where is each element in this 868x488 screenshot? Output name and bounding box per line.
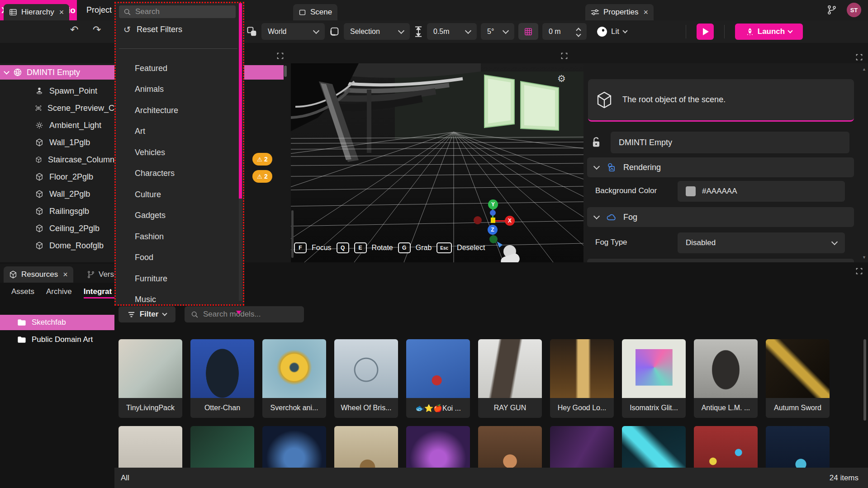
- category-search-input[interactable]: Search: [119, 5, 236, 18]
- scroll-up-arrow[interactable]: ▲: [862, 67, 866, 71]
- asset-selected-row[interactable]: [244, 65, 284, 80]
- scene-settings-gear-icon[interactable]: ⚙: [557, 73, 566, 84]
- tab-hierarchy[interactable]: Hierarchy ×: [4, 4, 69, 20]
- category-animals[interactable]: Animals: [116, 79, 243, 100]
- menu-project[interactable]: Project: [83, 0, 115, 20]
- asset-scrollbar[interactable]: [284, 66, 287, 77]
- close-icon[interactable]: ×: [63, 270, 68, 280]
- undo-button[interactable]: ↶: [70, 24, 78, 36]
- category-music[interactable]: Music: [116, 289, 243, 311]
- background-color-field[interactable]: #AAAAAA: [678, 181, 845, 202]
- bottom-panel-expand-icon[interactable]: [856, 267, 863, 275]
- cube-icon: [35, 242, 43, 250]
- redo-button[interactable]: ↷: [93, 24, 101, 36]
- gizmo-center[interactable]: [491, 218, 495, 223]
- gizmo-small-handle[interactable]: [490, 210, 496, 216]
- fog-section-header[interactable]: Fog: [587, 207, 854, 227]
- model-card[interactable]: Isomatrix Glit...: [622, 339, 686, 418]
- category-gadgets[interactable]: Gadgets: [116, 205, 243, 227]
- hierarchy-item-spawn-point[interactable]: Spawn_Point: [0, 82, 114, 99]
- subtab-archive[interactable]: Archive: [46, 287, 72, 296]
- warning-badge[interactable]: ⚠2: [252, 170, 272, 183]
- subtab-integrations[interactable]: Integrat: [84, 287, 112, 296]
- model-card[interactable]: Hey Good Lo...: [550, 339, 614, 418]
- selection-pivot-icon[interactable]: [329, 26, 340, 37]
- category-culture[interactable]: Culture: [116, 184, 243, 205]
- model-card[interactable]: TinyLivingPack: [119, 339, 182, 418]
- dropdown-scrollbar-thumb[interactable]: [239, 3, 242, 199]
- transform-space-icon[interactable]: [247, 26, 257, 37]
- model-card[interactable]: 🐟⭐🍎Koi ...: [406, 339, 470, 418]
- reset-filters-button[interactable]: ↺ Reset Filters: [119, 22, 182, 37]
- category-art[interactable]: Art: [116, 121, 243, 142]
- tab-resources[interactable]: Resources ×: [4, 266, 73, 283]
- panel-scrollbar[interactable]: [291, 210, 294, 258]
- category-vehicles[interactable]: Vehicles: [116, 142, 243, 163]
- gizmo-y-handle[interactable]: Y: [488, 199, 498, 209]
- rotate-snap-dropdown[interactable]: 5°: [481, 23, 514, 40]
- model-name: Autumn Sword: [766, 398, 830, 418]
- lock-open-icon[interactable]: [591, 137, 602, 148]
- hierarchy-root-row[interactable]: DMINTI Empty: [0, 65, 114, 80]
- model-card[interactable]: Autumn Sword: [766, 339, 830, 418]
- asset-expand-icon[interactable]: [277, 52, 284, 60]
- scene-expand-icon[interactable]: [561, 52, 568, 60]
- rendering-section-header[interactable]: Rendering: [587, 157, 854, 177]
- models-scrollbar[interactable]: [863, 339, 866, 421]
- category-fashion[interactable]: Fashion: [116, 226, 243, 247]
- category-food[interactable]: Food: [116, 247, 243, 269]
- launch-button[interactable]: Launch: [735, 24, 803, 40]
- tab-properties[interactable]: Properties ×: [585, 4, 654, 20]
- color-swatch[interactable]: [686, 186, 696, 196]
- category-architecture[interactable]: Architecture: [116, 100, 243, 121]
- category-characters[interactable]: Characters: [116, 163, 243, 185]
- fog-type-dropdown[interactable]: Disabled: [678, 232, 845, 253]
- hierarchy-item-scene-preview[interactable]: Scene_Preview_C: [0, 99, 114, 117]
- close-icon[interactable]: ×: [59, 8, 64, 17]
- grid-height-stepper[interactable]: 0 m: [542, 23, 587, 40]
- tab-scene[interactable]: Scene: [293, 4, 337, 20]
- version-branch-icon[interactable]: [827, 5, 837, 15]
- folder-public-domain-art[interactable]: Public Domain Art: [0, 332, 114, 347]
- hierarchy-item-staircase[interactable]: Staircase_Column: [0, 151, 114, 168]
- warning-badge[interactable]: ⚠2: [252, 153, 272, 166]
- folder-sketchfab[interactable]: Sketchfab: [0, 315, 114, 330]
- gizmo-z-handle[interactable]: Z: [488, 225, 498, 235]
- user-avatar[interactable]: ST: [847, 3, 861, 17]
- chevron-down-icon[interactable]: [4, 69, 9, 75]
- model-card[interactable]: Antique L.M. ...: [694, 339, 758, 418]
- model-card[interactable]: Otter-Chan: [190, 339, 254, 418]
- footer-all-label[interactable]: All: [121, 474, 129, 483]
- tab-versions[interactable]: Versi: [84, 266, 114, 283]
- gizmo-neg-x-handle[interactable]: [474, 216, 482, 224]
- shading-mode-dropdown[interactable]: Lit: [597, 27, 627, 37]
- play-button[interactable]: [697, 24, 714, 40]
- scene-viewport[interactable]: ⚙ F Focus Q E Rotate G Grab Esc Deselect…: [291, 63, 583, 262]
- model-card[interactable]: Wheel Of Bris...: [334, 339, 398, 418]
- snap-distance-icon[interactable]: [414, 26, 423, 38]
- hierarchy-item-wall1[interactable]: Wall_1Pglb: [0, 134, 114, 151]
- object-name-field[interactable]: DMINTI Empty: [611, 132, 849, 153]
- close-icon[interactable]: ×: [643, 8, 648, 17]
- hierarchy-list: Spawn_Point Scene_Preview_C Ambient_Ligh…: [0, 82, 114, 254]
- scroll-down-arrow[interactable]: ▼: [862, 255, 866, 260]
- hierarchy-item-floor2[interactable]: Floor_2Pglb: [0, 168, 114, 185]
- category-featured[interactable]: Featured: [116, 58, 243, 79]
- subtab-assets[interactable]: Assets: [11, 287, 34, 296]
- hierarchy-item-ambient-light[interactable]: Ambient_Light: [0, 117, 114, 134]
- gizmo-x-handle[interactable]: X: [505, 216, 515, 226]
- hierarchy-item-ceiling[interactable]: Ceiling_2Pglb: [0, 220, 114, 237]
- world-space-dropdown[interactable]: World: [261, 23, 325, 40]
- properties-expand-icon[interactable]: [856, 53, 863, 61]
- stepper-arrows[interactable]: [577, 27, 580, 36]
- hierarchy-item-dome-roof[interactable]: Dome_Roofglb: [0, 237, 114, 254]
- grid-toggle-button[interactable]: [518, 23, 538, 40]
- category-furniture[interactable]: Furniture: [116, 268, 243, 289]
- hierarchy-item-wall2[interactable]: Wall_2Pglb: [0, 185, 114, 203]
- selection-mode-dropdown[interactable]: Selection: [344, 23, 410, 40]
- background-color-label: Background Color: [595, 186, 657, 195]
- model-card[interactable]: RAY GUN: [478, 339, 542, 418]
- model-card[interactable]: Sverchok ani...: [262, 339, 326, 418]
- hierarchy-item-railings[interactable]: Railingsglb: [0, 203, 114, 220]
- move-snap-dropdown[interactable]: 0.5m: [427, 23, 477, 40]
